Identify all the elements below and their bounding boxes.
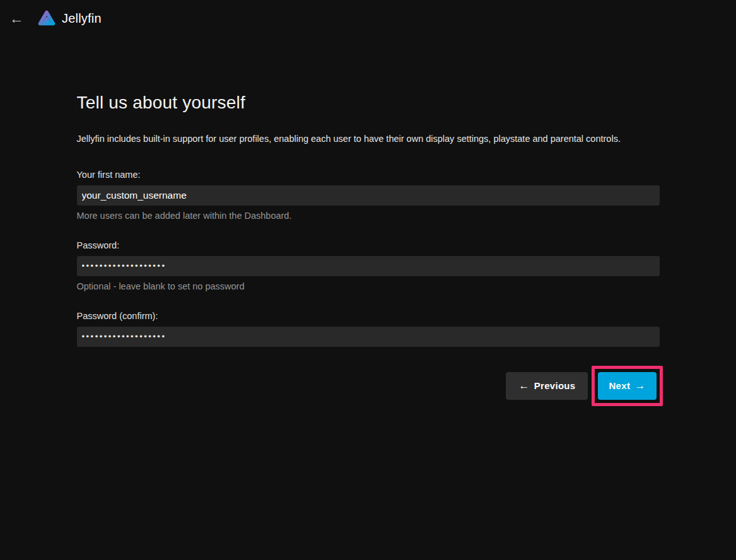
left-arrow-icon: ← — [518, 380, 529, 392]
password-input[interactable] — [77, 256, 660, 276]
jellyfin-logo: Jellyfin — [37, 8, 102, 28]
password-confirm-label: Password (confirm): — [77, 311, 660, 321]
password-label: Password: — [77, 240, 660, 250]
password-field-group: Password: Optional - leave blank to set … — [77, 240, 660, 291]
password-helper-text: Optional - leave blank to set no passwor… — [77, 281, 660, 291]
username-helper-text: More users can be added later within the… — [77, 211, 660, 221]
back-arrow-icon: ← — [9, 10, 24, 27]
previous-button-label: Previous — [534, 380, 576, 391]
setup-wizard-page: Tell us about yourself Jellyfin includes… — [77, 93, 660, 406]
annotation-highlight-box: Next → — [592, 366, 662, 406]
jellyfin-logo-icon — [37, 8, 57, 28]
next-button-label: Next — [609, 380, 630, 391]
username-field-group: Your first name: More users can be added… — [77, 170, 660, 221]
previous-button[interactable]: ← Previous — [506, 372, 588, 400]
page-description: Jellyfin includes built-in support for u… — [77, 134, 660, 144]
username-input[interactable] — [77, 185, 660, 206]
password-confirm-field-group: Password (confirm): — [77, 311, 660, 347]
back-button[interactable]: ← — [4, 6, 29, 31]
password-confirm-input[interactable] — [77, 327, 660, 347]
app-header: ← Jellyfin — [0, 0, 736, 37]
wizard-button-row: ← Previous Next → — [77, 366, 660, 406]
username-label: Your first name: — [77, 170, 660, 180]
right-arrow-icon: → — [634, 380, 645, 392]
next-button[interactable]: Next → — [598, 372, 656, 400]
page-title: Tell us about yourself — [77, 93, 660, 113]
app-name: Jellyfin — [62, 11, 102, 26]
